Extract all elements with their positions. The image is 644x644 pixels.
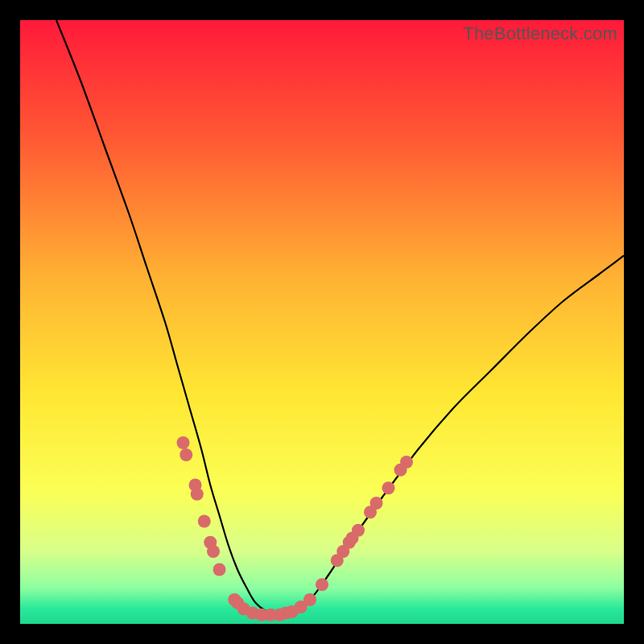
marker-group bbox=[177, 436, 414, 621]
curve-layer bbox=[20, 20, 624, 624]
bottleneck-curve bbox=[56, 20, 624, 615]
chart-frame: TheBottleneck.com bbox=[0, 0, 644, 644]
data-marker bbox=[207, 545, 220, 558]
data-marker bbox=[316, 578, 328, 591]
data-marker bbox=[191, 488, 204, 501]
data-marker bbox=[352, 524, 365, 537]
data-marker bbox=[180, 448, 192, 461]
watermark-text: TheBottleneck.com bbox=[463, 23, 617, 44]
data-marker bbox=[213, 564, 226, 576]
plot-area: TheBottleneck.com bbox=[20, 20, 624, 624]
data-marker bbox=[382, 481, 395, 494]
data-marker bbox=[303, 593, 316, 606]
data-marker bbox=[400, 456, 413, 469]
data-marker bbox=[177, 436, 190, 449]
data-marker bbox=[370, 497, 383, 510]
data-marker bbox=[198, 515, 211, 528]
